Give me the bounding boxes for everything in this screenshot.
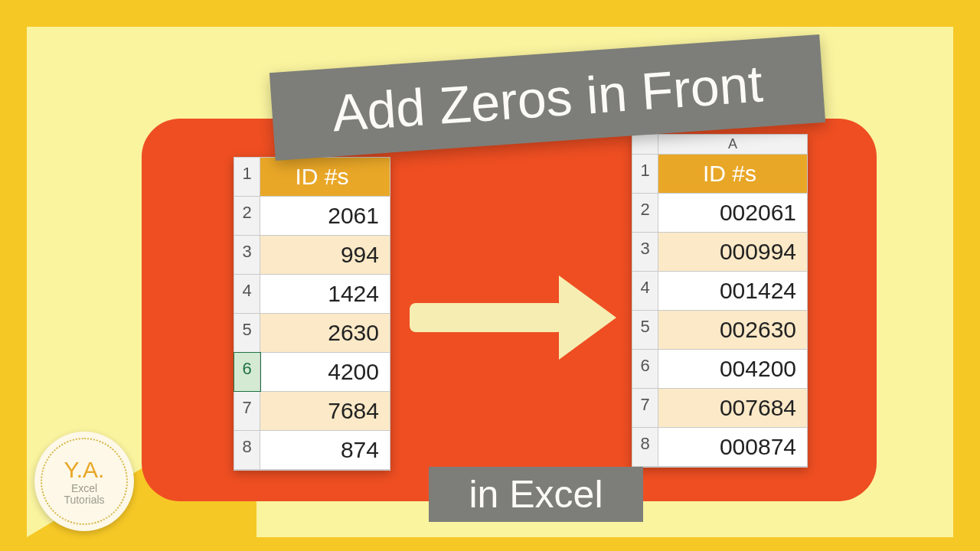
inner-frame: 1 ID #s 2 2061 3 994 4 1424 5 2630 6 420… [27, 27, 953, 537]
table-cell: 002061 [658, 194, 807, 232]
table-cell: 2061 [260, 197, 390, 235]
table-cell: 000994 [658, 233, 807, 271]
table-cell: 874 [260, 431, 390, 469]
table-header-cell: ID #s [260, 158, 390, 196]
table-cell: 1424 [260, 275, 390, 313]
row-header: 4 [234, 275, 260, 313]
row-header: 5 [234, 314, 260, 352]
row-header: 8 [234, 431, 260, 469]
table-row: 2 002061 [632, 194, 807, 233]
table-cell: 004200 [658, 350, 807, 388]
table-row: 6 4200 [234, 353, 390, 392]
row-header: 1 [632, 155, 658, 193]
table-row: 7 7684 [234, 392, 390, 431]
table-row: 5 002630 [632, 311, 807, 350]
table-row: 8 874 [234, 431, 390, 470]
table-row: 7 007684 [632, 389, 807, 428]
table-row: 8 000874 [632, 428, 807, 467]
table-cell: 000874 [658, 428, 807, 466]
row-header: 6 [234, 353, 260, 391]
title-text: Add Zeros in Front [330, 53, 764, 142]
row-header: 8 [632, 428, 658, 466]
table-row: 4 001424 [632, 272, 807, 311]
row-header: 2 [234, 197, 260, 235]
row-header: 3 [234, 236, 260, 274]
column-header-row: A [632, 135, 807, 155]
logo-badge: Y.A. ExcelTutorials [34, 432, 134, 531]
table-row: 1 ID #s [234, 158, 390, 197]
row-header: 7 [632, 389, 658, 427]
table-row: 1 ID #s [632, 155, 807, 194]
table-row: 4 1424 [234, 275, 390, 314]
row-header: 5 [632, 311, 658, 349]
row-header: 7 [234, 392, 260, 430]
table-cell: 4200 [260, 353, 390, 391]
arrow-right-icon [410, 287, 616, 348]
row-header: 2 [632, 194, 658, 232]
table-row: 2 2061 [234, 197, 390, 236]
row-header: 1 [234, 158, 260, 196]
logo-subtext: ExcelTutorials [64, 483, 104, 507]
spreadsheet-before: 1 ID #s 2 2061 3 994 4 1424 5 2630 6 420… [234, 157, 390, 471]
table-cell: 994 [260, 236, 390, 274]
corner-cell [632, 135, 658, 154]
row-header: 4 [632, 272, 658, 310]
table-row: 3 994 [234, 236, 390, 275]
row-header: 6 [632, 350, 658, 388]
table-cell: 2630 [260, 314, 390, 352]
subtitle-banner: in Excel [429, 467, 643, 522]
row-header: 3 [632, 233, 658, 271]
table-row: 3 000994 [632, 233, 807, 272]
table-cell: 001424 [658, 272, 807, 310]
spreadsheet-after: A 1 ID #s 2 002061 3 000994 4 001424 5 0… [632, 134, 808, 468]
table-row: 5 2630 [234, 314, 390, 353]
table-cell: 007684 [658, 389, 807, 427]
logo-initials: Y.A. [64, 457, 105, 483]
column-header: A [658, 135, 807, 154]
table-row: 6 004200 [632, 350, 807, 389]
table-header-cell: ID #s [658, 155, 807, 193]
subtitle-text: in Excel [469, 472, 603, 517]
table-cell: 002630 [658, 311, 807, 349]
table-cell: 7684 [260, 392, 390, 430]
